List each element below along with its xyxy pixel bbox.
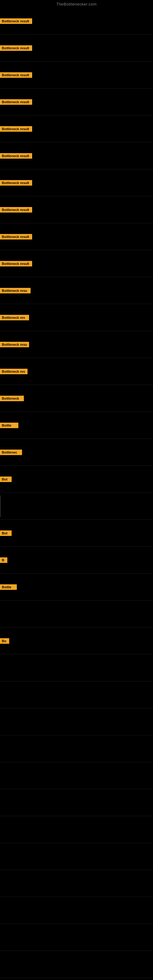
list-item: Bottlenec (0, 439, 153, 466)
list-item (0, 493, 153, 520)
list-item: Bottleneck result (0, 169, 153, 196)
bottleneck-badge: Bo (0, 638, 9, 644)
list-item (0, 762, 153, 789)
list-item: Bottleneck result (0, 142, 153, 169)
bottleneck-badge: Bottleneck result (0, 207, 32, 213)
bottleneck-badge: Bottleneck resu (0, 288, 30, 293)
list-item (0, 789, 153, 816)
list-item (0, 924, 153, 951)
bottleneck-badge: Bottleneck res (0, 315, 29, 320)
list-item (0, 951, 153, 978)
list-item: Bottleneck result (0, 35, 153, 62)
bottleneck-badge: Bottle (0, 423, 18, 428)
list-item: Bottle (0, 574, 153, 601)
bottleneck-badge: Bottleneck result (0, 261, 32, 266)
list-item: Bot (0, 520, 153, 547)
list-item: Bottleneck res (0, 304, 153, 331)
bottleneck-badge: Bottleneck result (0, 18, 32, 24)
site-title: TheBottlenecker.com (0, 0, 153, 8)
list-item: Bottleneck result (0, 62, 153, 89)
bottleneck-badge: Bottleneck res (0, 369, 27, 374)
list-item: Bo (0, 627, 153, 654)
bottleneck-badge: Bottlenec (0, 450, 22, 455)
bottleneck-badge: Bot (0, 530, 12, 536)
list-item: Bottleneck resu (0, 277, 153, 304)
bottleneck-badge: Bottle (0, 584, 17, 590)
list-item: Bottleneck result (0, 250, 153, 277)
bottleneck-badge: Bottleneck result (0, 180, 32, 186)
list-item: Bottleneck resu (0, 331, 153, 358)
list-item (0, 708, 153, 735)
bottleneck-badge: Bottleneck result (0, 126, 32, 132)
list-item (0, 601, 153, 627)
list-item (0, 978, 153, 980)
list-item: Bottleneck result (0, 89, 153, 115)
list-item (0, 843, 153, 870)
list-item (0, 870, 153, 897)
list-item: B (0, 547, 153, 574)
list-item: Bot (0, 466, 153, 493)
bottleneck-badge: Bottleneck result (0, 99, 32, 105)
list-item: Bottleneck result (0, 8, 153, 35)
bottleneck-badge: Bot (0, 477, 12, 482)
list-item (0, 654, 153, 681)
bottleneck-badge: Bottleneck result (0, 234, 32, 240)
bottleneck-badge: Bottleneck resu (0, 342, 29, 347)
list-item: Bottleneck result (0, 196, 153, 223)
bottleneck-badge: B (0, 557, 7, 563)
list-item: Bottleneck res (0, 358, 153, 385)
list-item (0, 897, 153, 924)
list-item: Bottleneck result (0, 115, 153, 142)
list-item (0, 735, 153, 762)
list-item: Bottleneck result (0, 223, 153, 250)
list-item (0, 681, 153, 708)
bottleneck-badge: Bottleneck (0, 396, 24, 401)
list-item: Bottleneck (0, 385, 153, 412)
bottleneck-badge: Bottleneck result (0, 72, 32, 78)
bottleneck-badge: Bottleneck result (0, 153, 32, 159)
list-item: Bottle (0, 412, 153, 439)
bottleneck-badge: Bottleneck result (0, 45, 32, 51)
list-item (0, 816, 153, 843)
